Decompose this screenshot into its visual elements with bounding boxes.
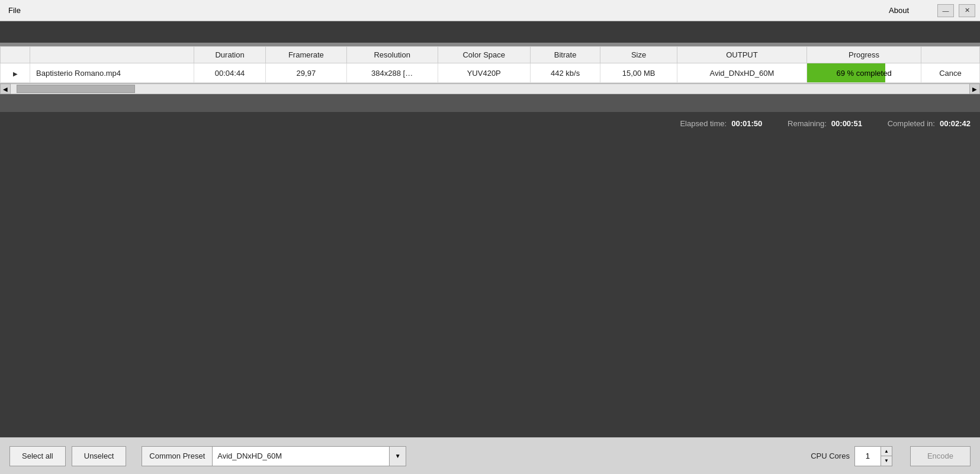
unselect-button[interactable]: Unselect — [72, 446, 127, 466]
timing-separator2 — [872, 119, 878, 128]
col-header-action — [921, 47, 980, 63]
scroll-track[interactable] — [11, 84, 969, 94]
console-area: Elapsed time: 00:01:50 Remaining: 00:00:… — [0, 112, 980, 437]
cpu-cores-input[interactable] — [854, 446, 881, 466]
preset-select[interactable]: Avid_DNxHD_60M — [212, 446, 390, 466]
cell-progress: 69 % completed — [807, 63, 921, 83]
timing-row: Elapsed time: 00:01:50 Remaining: 00:00:… — [9, 119, 971, 128]
progress-bar-container: 69 % completed — [807, 63, 921, 82]
cpu-spinner: ▲ ▼ — [854, 446, 892, 466]
elapsed-label: Elapsed time: — [680, 119, 727, 128]
file-table: Duration Framerate Resolution Color Spac… — [0, 46, 980, 83]
progress-text: 69 % completed — [830, 65, 897, 81]
bottom-bar: Select all Unselect Common Preset Avid_D… — [0, 437, 980, 474]
common-preset-label: Common Preset — [142, 446, 212, 466]
cell-bitrate: 442 kb/s — [530, 63, 600, 83]
preset-group: Common Preset Avid_DNxHD_60M ▼ — [142, 446, 406, 466]
scroll-thumb[interactable] — [17, 85, 135, 93]
cell-name: Baptisterio Romano.mp4 — [30, 63, 194, 83]
remaining-label: Remaining: — [788, 119, 827, 128]
remaining-value: 00:00:51 — [831, 119, 862, 128]
cell-duration: 00:04:44 — [194, 63, 266, 83]
select-all-button[interactable]: Select all — [9, 446, 66, 466]
menu-bar: File — [5, 5, 24, 16]
play-icon: ▶ — [13, 71, 18, 77]
cell-framerate: 29,97 — [266, 63, 347, 83]
cell-output: Avid_DNxHD_60M — [677, 63, 807, 83]
horizontal-scrollbar[interactable]: ◀ ▶ — [0, 84, 980, 94]
cell-resolution: 384x288 [… — [346, 63, 438, 83]
toolbar — [0, 21, 980, 43]
col-header-duration: Duration — [194, 47, 266, 63]
col-header-progress: Progress — [807, 47, 921, 63]
cell-size: 15,00 MB — [600, 63, 677, 83]
close-button[interactable]: ✕ — [959, 4, 975, 17]
cell-cancel[interactable]: Cance — [921, 63, 980, 83]
completed-in-value: 00:02:42 — [940, 119, 971, 128]
col-header-name — [30, 47, 194, 63]
col-header-colorspace: Color Space — [438, 47, 530, 63]
about-menu[interactable]: About — [889, 6, 909, 15]
spinner-buttons: ▲ ▼ — [881, 446, 892, 466]
scroll-left-button[interactable]: ◀ — [0, 84, 11, 94]
preset-dropdown-arrow[interactable]: ▼ — [390, 446, 406, 466]
spinner-up-button[interactable]: ▲ — [881, 446, 892, 456]
table-row: ▶ Baptisterio Romano.mp4 00:04:44 29,97 … — [1, 63, 980, 83]
minimize-button[interactable]: — — [937, 4, 954, 17]
cpu-cores-label: CPU Cores — [811, 451, 850, 460]
col-header-output: OUTPUT — [677, 47, 807, 63]
table-header-row: Duration Framerate Resolution Color Spac… — [1, 47, 980, 63]
file-menu[interactable]: File — [5, 5, 24, 16]
completed-in-label: Completed in: — [888, 119, 935, 128]
cell-colorspace: YUV420P — [438, 63, 530, 83]
col-header-resolution: Resolution — [346, 47, 438, 63]
elapsed-value: 00:01:50 — [731, 119, 762, 128]
cell-play[interactable]: ▶ — [1, 63, 30, 83]
scroll-right-button[interactable]: ▶ — [969, 84, 980, 94]
cpu-group: CPU Cores ▲ ▼ — [811, 446, 892, 466]
col-header-select — [1, 47, 30, 63]
titlebar-controls: About — ✕ — [889, 4, 975, 17]
spinner-down-button[interactable]: ▼ — [881, 456, 892, 466]
col-header-framerate: Framerate — [266, 47, 347, 63]
file-table-container: Duration Framerate Resolution Color Spac… — [0, 46, 980, 84]
timing-separator1 — [772, 119, 778, 128]
col-header-size: Size — [600, 47, 677, 63]
col-header-bitrate: Bitrate — [530, 47, 600, 63]
info-bar — [0, 94, 980, 112]
cancel-label: Cance — [939, 69, 962, 78]
titlebar: File About — ✕ — [0, 0, 980, 21]
encode-button[interactable]: Encode — [910, 446, 971, 466]
